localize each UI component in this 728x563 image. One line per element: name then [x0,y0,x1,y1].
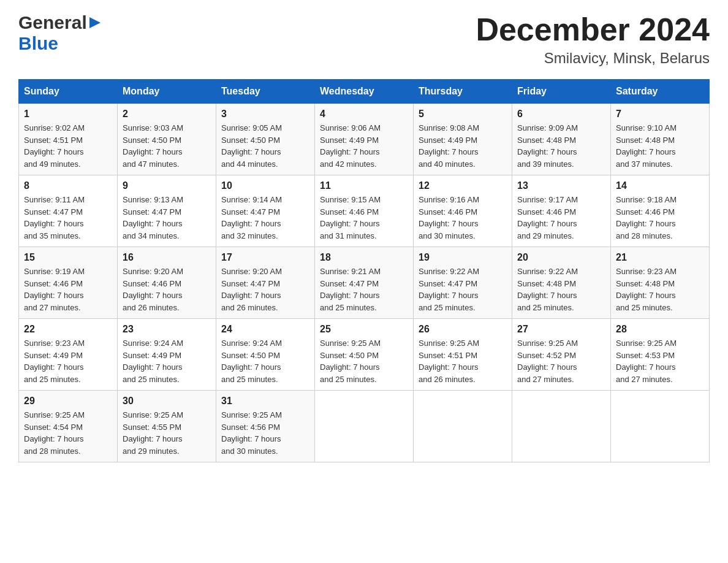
day-number: 23 [123,324,211,335]
svg-marker-0 [89,17,100,28]
table-row: 8 Sunrise: 9:11 AM Sunset: 4:47 PM Dayli… [19,175,118,247]
day-info: Sunrise: 9:09 AM Sunset: 4:48 PM Dayligh… [517,122,605,170]
day-number: 11 [320,180,408,191]
day-number: 28 [616,324,704,335]
day-info: Sunrise: 9:23 AM Sunset: 4:48 PM Dayligh… [616,266,704,313]
day-info: Sunrise: 9:19 AM Sunset: 4:46 PM Dayligh… [24,266,112,313]
calendar-week-row: 29 Sunrise: 9:25 AM Sunset: 4:54 PM Dayl… [19,391,710,462]
table-row: 6 Sunrise: 9:09 AM Sunset: 4:48 PM Dayli… [512,104,611,175]
day-info: Sunrise: 9:25 AM Sunset: 4:52 PM Dayligh… [517,337,605,385]
day-number: 8 [24,180,112,191]
day-number: 4 [320,109,408,120]
table-row: 17 Sunrise: 9:20 AM Sunset: 4:47 PM Dayl… [216,247,315,319]
table-row: 5 Sunrise: 9:08 AM Sunset: 4:49 PM Dayli… [414,104,512,175]
day-info: Sunrise: 9:21 AM Sunset: 4:47 PM Dayligh… [320,266,408,313]
day-number: 21 [616,252,704,263]
table-row: 18 Sunrise: 9:21 AM Sunset: 4:47 PM Dayl… [315,247,414,319]
day-number: 25 [320,324,408,335]
day-number: 18 [320,252,408,263]
table-row: 10 Sunrise: 9:14 AM Sunset: 4:47 PM Dayl… [216,175,315,247]
day-info: Sunrise: 9:22 AM Sunset: 4:47 PM Dayligh… [419,266,507,313]
page-header: General Blue December 2024 Smilavicy, Mi… [18,12,710,67]
calendar-week-row: 1 Sunrise: 9:02 AM Sunset: 4:51 PM Dayli… [19,104,710,175]
day-info: Sunrise: 9:11 AM Sunset: 4:47 PM Dayligh… [24,194,112,242]
day-number: 19 [419,252,507,263]
day-number: 10 [221,180,309,191]
day-info: Sunrise: 9:25 AM Sunset: 4:50 PM Dayligh… [320,337,408,385]
table-row [512,391,611,462]
table-row: 14 Sunrise: 9:18 AM Sunset: 4:46 PM Dayl… [611,175,710,247]
day-number: 20 [517,252,605,263]
day-info: Sunrise: 9:05 AM Sunset: 4:50 PM Dayligh… [221,122,309,170]
table-row: 1 Sunrise: 9:02 AM Sunset: 4:51 PM Dayli… [19,104,118,175]
table-row: 23 Sunrise: 9:24 AM Sunset: 4:49 PM Dayl… [118,319,216,391]
table-row: 28 Sunrise: 9:25 AM Sunset: 4:53 PM Dayl… [611,319,710,391]
day-number: 1 [24,109,112,120]
day-info: Sunrise: 9:25 AM Sunset: 4:53 PM Dayligh… [616,337,704,385]
location-subtitle: Smilavicy, Minsk, Belarus [476,50,710,67]
day-info: Sunrise: 9:15 AM Sunset: 4:46 PM Dayligh… [320,194,408,242]
day-info: Sunrise: 9:17 AM Sunset: 4:46 PM Dayligh… [517,194,605,242]
day-info: Sunrise: 9:08 AM Sunset: 4:49 PM Dayligh… [419,122,507,170]
table-row [611,391,710,462]
day-number: 13 [517,180,605,191]
day-number: 16 [123,252,211,263]
day-number: 14 [616,180,704,191]
calendar-header-row: Sunday Monday Tuesday Wednesday Thursday… [19,80,710,104]
day-number: 31 [221,396,309,407]
day-number: 3 [221,109,309,120]
table-row: 30 Sunrise: 9:25 AM Sunset: 4:55 PM Dayl… [118,391,216,462]
day-info: Sunrise: 9:16 AM Sunset: 4:46 PM Dayligh… [419,194,507,242]
day-info: Sunrise: 9:22 AM Sunset: 4:48 PM Dayligh… [517,266,605,313]
title-area: December 2024 Smilavicy, Minsk, Belarus [476,12,710,67]
day-info: Sunrise: 9:13 AM Sunset: 4:47 PM Dayligh… [123,194,211,242]
table-row [315,391,414,462]
table-row: 15 Sunrise: 9:19 AM Sunset: 4:46 PM Dayl… [19,247,118,319]
day-info: Sunrise: 9:02 AM Sunset: 4:51 PM Dayligh… [24,122,112,170]
table-row: 4 Sunrise: 9:06 AM Sunset: 4:49 PM Dayli… [315,104,414,175]
calendar-week-row: 22 Sunrise: 9:23 AM Sunset: 4:49 PM Dayl… [19,319,710,391]
day-info: Sunrise: 9:20 AM Sunset: 4:47 PM Dayligh… [221,266,309,313]
calendar-table: Sunday Monday Tuesday Wednesday Thursday… [18,79,710,462]
col-friday: Friday [512,80,611,104]
table-row: 24 Sunrise: 9:24 AM Sunset: 4:50 PM Dayl… [216,319,315,391]
day-number: 9 [123,180,211,191]
day-info: Sunrise: 9:23 AM Sunset: 4:49 PM Dayligh… [24,337,112,385]
day-number: 7 [616,109,704,120]
table-row: 27 Sunrise: 9:25 AM Sunset: 4:52 PM Dayl… [512,319,611,391]
table-row: 20 Sunrise: 9:22 AM Sunset: 4:48 PM Dayl… [512,247,611,319]
logo-arrow-icon [88,16,102,29]
col-wednesday: Wednesday [315,80,414,104]
table-row: 16 Sunrise: 9:20 AM Sunset: 4:46 PM Dayl… [118,247,216,319]
table-row: 2 Sunrise: 9:03 AM Sunset: 4:50 PM Dayli… [118,104,216,175]
logo: General Blue [18,12,102,54]
day-info: Sunrise: 9:06 AM Sunset: 4:49 PM Dayligh… [320,122,408,170]
day-info: Sunrise: 9:24 AM Sunset: 4:50 PM Dayligh… [221,337,309,385]
day-info: Sunrise: 9:25 AM Sunset: 4:51 PM Dayligh… [419,337,507,385]
table-row: 7 Sunrise: 9:10 AM Sunset: 4:48 PM Dayli… [611,104,710,175]
day-info: Sunrise: 9:14 AM Sunset: 4:47 PM Dayligh… [221,194,309,242]
col-saturday: Saturday [611,80,710,104]
col-tuesday: Tuesday [216,80,315,104]
logo-general-text: General [18,12,87,33]
day-number: 15 [24,252,112,263]
table-row: 9 Sunrise: 9:13 AM Sunset: 4:47 PM Dayli… [118,175,216,247]
logo-blue-text: Blue [18,33,58,53]
col-monday: Monday [118,80,216,104]
day-number: 26 [419,324,507,335]
day-number: 29 [24,396,112,407]
table-row: 22 Sunrise: 9:23 AM Sunset: 4:49 PM Dayl… [19,319,118,391]
day-info: Sunrise: 9:25 AM Sunset: 4:56 PM Dayligh… [221,409,309,457]
table-row: 19 Sunrise: 9:22 AM Sunset: 4:47 PM Dayl… [414,247,512,319]
day-info: Sunrise: 9:25 AM Sunset: 4:54 PM Dayligh… [24,409,112,457]
table-row: 29 Sunrise: 9:25 AM Sunset: 4:54 PM Dayl… [19,391,118,462]
table-row: 11 Sunrise: 9:15 AM Sunset: 4:46 PM Dayl… [315,175,414,247]
table-row: 3 Sunrise: 9:05 AM Sunset: 4:50 PM Dayli… [216,104,315,175]
day-number: 24 [221,324,309,335]
col-sunday: Sunday [19,80,118,104]
day-number: 12 [419,180,507,191]
table-row: 21 Sunrise: 9:23 AM Sunset: 4:48 PM Dayl… [611,247,710,319]
day-number: 22 [24,324,112,335]
day-number: 5 [419,109,507,120]
calendar-week-row: 15 Sunrise: 9:19 AM Sunset: 4:46 PM Dayl… [19,247,710,319]
